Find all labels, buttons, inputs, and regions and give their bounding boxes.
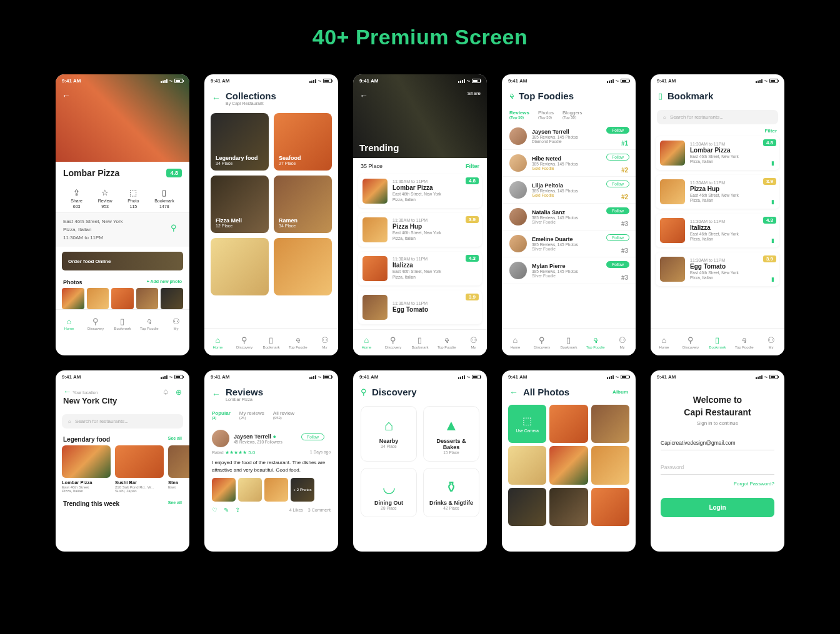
login-button[interactable]: Login — [661, 498, 774, 517]
tab-all-review[interactable]: All review(953) — [273, 410, 294, 420]
like-icon[interactable]: ♡ — [212, 507, 218, 513]
nav-discovery[interactable]: ⚲Discovery — [231, 329, 258, 355]
list-item[interactable]: 11:30AM to 11PMPizza HupEast 46th Street… — [358, 213, 482, 247]
photo-button[interactable]: ⬚Photo115 — [128, 188, 139, 209]
password-field[interactable]: Password — [661, 464, 774, 475]
list-item[interactable]: 11:30AM to 11PMLombar PizzaEast 46th Str… — [358, 174, 482, 208]
nav-discovery[interactable]: ⚲Discovery — [380, 330, 407, 355]
more-photos[interactable]: + 2 Photos — [291, 478, 314, 502]
photo-cell[interactable] — [591, 488, 629, 526]
nav-my[interactable]: ⚇My — [758, 329, 784, 355]
collection-card[interactable]: Seafood27 Place — [274, 113, 332, 171]
nav-home[interactable]: ⌂Home — [651, 329, 678, 355]
review-button[interactable]: ☆Review953 — [98, 188, 112, 209]
comment-icon[interactable]: ✎ — [224, 507, 229, 513]
list-item[interactable]: 11:30AM to 11PMEgg Tomato 3.9 — [358, 290, 482, 324]
add-photo-button[interactable]: + Add new photo — [147, 279, 182, 285]
nav-discovery[interactable]: ⚲Discovery — [82, 310, 109, 337]
forgot-password-link[interactable]: Forgot Password? — [661, 481, 774, 487]
tab-reviews[interactable]: Reviews(Top 50) — [509, 110, 529, 119]
foodie-row[interactable]: Lilja Peltola385 Reviews, 145 PhotosGold… — [502, 177, 636, 204]
nav-my[interactable]: ⚇My — [311, 329, 338, 355]
nav-discovery[interactable]: ⚲Discovery — [529, 329, 556, 355]
nav-topfoodie[interactable]: 𐃃Top Foodie — [582, 329, 609, 355]
tab-photos[interactable]: Photos(Top 50) — [538, 110, 554, 119]
discovery-card-nearby[interactable]: ⌂Nearby34 Place — [361, 406, 417, 462]
collection-card[interactable]: Fizza Meli12 Place — [211, 176, 269, 233]
photo-cell[interactable] — [549, 446, 588, 484]
foodie-row[interactable]: Hibe Neted385 Reviews, 145 PhotosGold Fo… — [502, 150, 636, 177]
photo-cell[interactable] — [549, 488, 588, 526]
email-field[interactable]: Capicreativedesign@gmail.com — [661, 440, 774, 450]
back-icon[interactable]: ← — [212, 93, 221, 103]
nav-topfoodie[interactable]: 𐃃Top Foodie — [136, 310, 162, 337]
nav-my[interactable]: ⚇My — [460, 330, 487, 355]
follow-button[interactable]: Follow — [606, 127, 629, 134]
photo-cell[interactable] — [508, 446, 546, 484]
restaurant-card[interactable]: Lombar PizzaEast 46th StreetPizza, Itali… — [62, 445, 111, 493]
follow-button[interactable]: Follow — [606, 207, 629, 214]
nav-bookmark[interactable]: ▯Bookmark — [407, 330, 434, 355]
bookmark-icon[interactable]: ▮ — [771, 160, 774, 166]
list-item[interactable]: 11:30AM to 11PMEgg TomatoEast 46th Stree… — [656, 252, 779, 286]
photo-cell[interactable] — [549, 405, 588, 443]
tab-popular[interactable]: Popular(3) — [212, 410, 231, 420]
follow-button[interactable]: Follow — [301, 433, 324, 440]
nav-home[interactable]: ⌂Home — [353, 330, 380, 355]
filter-button[interactable]: Filter — [764, 128, 777, 134]
filter-button[interactable]: Filter — [466, 163, 479, 169]
search-input[interactable]: ⌕Search for restaurants... — [62, 414, 183, 428]
use-camera-button[interactable]: ⬚Use Camera — [508, 405, 546, 443]
foodie-row[interactable]: Emeline Duarte385 Reviews, 145 PhotosSil… — [502, 230, 636, 257]
see-all-button[interactable]: See all — [168, 500, 182, 507]
search-input[interactable]: ⌕Search for restaurants... — [657, 110, 778, 124]
nav-bookmark[interactable]: ▯Bookmark — [704, 329, 731, 355]
photo-cell[interactable] — [508, 488, 546, 526]
restaurant-card[interactable]: Sushi Bar210 Salt Pond Rd., W...Sushi, J… — [115, 445, 164, 493]
share-icon[interactable]: ⇪ — [235, 507, 240, 513]
discovery-card-dining[interactable]: ◡Dining Out28 Place — [361, 468, 417, 517]
follow-button[interactable]: Follow — [606, 154, 629, 161]
collection-card[interactable]: Legendary food34 Place — [211, 113, 269, 171]
follow-button[interactable]: Follow — [606, 261, 629, 268]
back-icon[interactable]: ← — [63, 387, 71, 396]
tab-bloggers[interactable]: Bloggers(Top 30) — [562, 110, 582, 119]
see-all-button[interactable]: See all — [168, 436, 182, 443]
collection-card[interactable] — [211, 238, 269, 295]
nav-topfoodie[interactable]: 𐃃Top Foodie — [284, 329, 311, 355]
nav-home[interactable]: ⌂Home — [56, 310, 82, 337]
nav-topfoodie[interactable]: 𐃃Top Foodie — [433, 330, 460, 355]
nav-home[interactable]: ⌂Home — [204, 329, 231, 355]
discovery-card-drinks[interactable]: ⚱Drinks & Nigtlife42 Place — [423, 468, 479, 517]
foodie-row[interactable]: Natalia Sanz385 Reviews, 145 PhotosSilve… — [502, 204, 636, 230]
nav-bookmark[interactable]: ▯Bookmark — [556, 329, 582, 355]
back-icon[interactable]: ← — [62, 91, 71, 101]
collection-card[interactable] — [274, 238, 332, 295]
back-icon[interactable]: ← — [212, 389, 221, 399]
nav-discovery[interactable]: ⚲Discovery — [678, 329, 704, 355]
photo-cell[interactable] — [591, 446, 629, 484]
list-item[interactable]: 11:30AM to 11PMItalizzaEast 46th Street,… — [358, 252, 482, 285]
photo-cell[interactable] — [591, 405, 629, 443]
bell-icon[interactable]: ♤ — [162, 388, 169, 397]
share-button[interactable]: ⇪Share603 — [71, 188, 82, 209]
list-item[interactable]: 11:30AM to 11PMItalizzaEast 46th Street,… — [656, 214, 779, 247]
avatar[interactable] — [212, 430, 229, 447]
nav-my[interactable]: ⚇My — [162, 310, 189, 337]
follow-button[interactable]: Follow — [606, 181, 629, 187]
nav-home[interactable]: ⌂Home — [502, 329, 529, 355]
tab-my-reviews[interactable]: My reviews(25) — [239, 410, 264, 420]
back-icon[interactable]: ← — [509, 387, 518, 397]
nav-topfoodie[interactable]: 𐃃Top Foodie — [731, 329, 758, 355]
order-online-button[interactable]: Order food Online — [62, 252, 183, 270]
collection-card[interactable]: Ramen34 Place — [274, 176, 332, 233]
nav-my[interactable]: ⚇My — [609, 329, 636, 355]
follow-button[interactable]: Follow — [606, 234, 629, 241]
share-button[interactable]: Share — [468, 91, 481, 96]
foodie-row[interactable]: Mylan Pierre385 Reviews, 145 PhotosSilve… — [502, 257, 636, 284]
restaurant-card[interactable]: SteaEast — [168, 445, 189, 493]
list-item[interactable]: 11:30AM to 11PMPizza HupEast 46th Street… — [656, 175, 779, 209]
plus-icon[interactable]: ⊕ — [176, 388, 182, 397]
album-button[interactable]: Album — [612, 389, 628, 395]
back-icon[interactable]: ← — [359, 91, 368, 101]
